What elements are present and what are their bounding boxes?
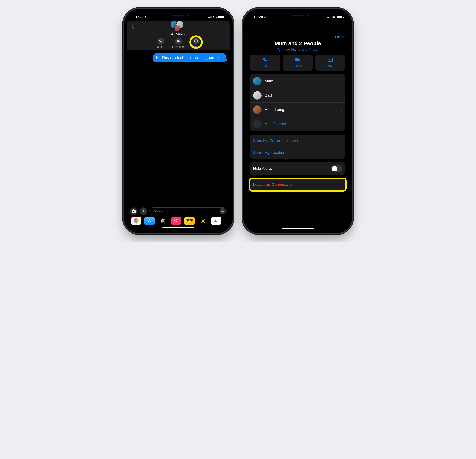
message-placeholder: iMessage (153, 209, 169, 213)
location-services-icon: ➤ (144, 15, 147, 19)
member-row[interactable]: Anna Laing › (250, 103, 346, 117)
details-sheet: Done Mum and 2 People Change Name and Ph… (246, 32, 349, 230)
alerts-section: Hide Alerts (250, 163, 346, 175)
member-row[interactable]: Dad › (250, 89, 346, 103)
message-input[interactable]: iMessage (149, 207, 227, 215)
audio-label: audio (157, 45, 164, 49)
app-store-button[interactable] (140, 207, 147, 215)
mail-action-button[interactable]: mail (315, 55, 346, 71)
share-location-row[interactable]: Share My Location (250, 147, 346, 159)
mail-icon (328, 57, 333, 63)
message-thread[interactable]: Hi. This is a test, feel free to ignore!… (127, 50, 230, 206)
conversation-title[interactable]: 3 People ⌄ (171, 32, 185, 36)
notch (275, 12, 321, 19)
animoji-app-icon[interactable] (198, 217, 208, 225)
video-icon (175, 38, 182, 45)
iphone-left: 16:20 ➤ 4G 3 People (124, 9, 233, 233)
change-name-photo-link[interactable]: Change Name and Photo (246, 47, 349, 51)
iphone-right: 16:20 ➤ 4G Done Mum and 2 People Change … (243, 9, 352, 233)
member-name: Anna Laing (265, 107, 338, 112)
status-time: 16:20 (254, 15, 263, 19)
info-button[interactable]: info (193, 38, 199, 49)
send-location-row[interactable]: Send My Current Location (250, 135, 346, 147)
svg-rect-11 (295, 58, 299, 61)
hide-alerts-toggle[interactable] (331, 165, 342, 172)
fitness-app-icon[interactable] (158, 217, 168, 225)
notch (155, 12, 201, 19)
leave-section: Leave this Conversation (250, 179, 346, 190)
phone-icon (263, 57, 267, 63)
done-button[interactable]: Done (335, 35, 345, 39)
app-strip[interactable]: 😎 (127, 217, 230, 225)
message-text: Hi. This is a test, feel free to ignore!… (156, 56, 220, 60)
search-app-icon[interactable] (171, 217, 181, 225)
facetime-button[interactable]: FaceTime (172, 38, 185, 49)
info-icon (193, 38, 199, 45)
voice-message-button[interactable] (220, 208, 226, 214)
plus-icon: ＋ (253, 120, 262, 128)
svg-point-10 (202, 220, 204, 222)
home-indicator[interactable] (282, 228, 314, 229)
hide-alerts-label: Hide Alerts (253, 166, 328, 171)
network-label: 4G (213, 15, 217, 19)
svg-rect-12 (328, 58, 333, 61)
member-name: Dad (265, 93, 338, 98)
battery-icon (337, 16, 343, 18)
phone-icon (157, 38, 164, 45)
conversation-title-text: 3 People (171, 32, 183, 36)
svg-point-6 (162, 220, 164, 222)
avatar (253, 77, 262, 85)
member-row[interactable]: Mum › (250, 74, 346, 89)
hide-alerts-row[interactable]: Hide Alerts (250, 163, 346, 175)
music-app-icon[interactable] (211, 217, 221, 225)
location-section: Send My Current Location Share My Locati… (250, 135, 346, 159)
facetime-label: FaceTime (172, 45, 185, 49)
send-location-label: Send My Current Location (253, 139, 342, 143)
composer-area: iMessage (127, 206, 230, 230)
home-indicator[interactable] (162, 227, 194, 228)
chevron-right-icon: › (341, 93, 342, 98)
signal-icon (327, 16, 331, 18)
svg-point-4 (133, 211, 135, 212)
add-contact-label: Add Contact (265, 122, 342, 126)
svg-rect-3 (196, 41, 196, 42)
avatar (253, 106, 262, 114)
video-icon (295, 57, 300, 63)
group-title: Mum and 2 People (246, 40, 349, 46)
battery-icon (218, 16, 224, 18)
chevron-right-icon: › (341, 79, 342, 83)
audio-call-button[interactable]: audio (157, 38, 164, 49)
network-label: 4G (332, 15, 336, 19)
conversation-header: 3 People ⌄ audio (127, 21, 230, 50)
video-label: video (294, 64, 302, 68)
svg-point-8 (175, 219, 177, 222)
member-name: Mum (265, 79, 338, 83)
photos-app-icon[interactable] (131, 217, 141, 225)
chevron-right-icon: › (341, 107, 342, 112)
back-button[interactable] (129, 22, 136, 31)
status-time: 16:20 (134, 15, 144, 19)
share-location-label: Share My Location (253, 150, 342, 155)
avatar (253, 91, 262, 100)
call-action-button[interactable]: call (250, 55, 280, 71)
leave-conversation-row[interactable]: Leave this Conversation (250, 179, 346, 190)
members-section: Mum › Dad › Anna Laing › ＋ Add Contact (250, 74, 346, 131)
svg-point-2 (196, 40, 196, 41)
group-avatar[interactable] (170, 21, 186, 32)
location-services-icon: ➤ (264, 15, 267, 19)
leave-conversation-label: Leave this Conversation (253, 182, 342, 187)
add-contact-row[interactable]: ＋ Add Contact (250, 117, 346, 131)
signal-icon (208, 16, 212, 18)
svg-rect-0 (177, 40, 179, 42)
call-label: call (263, 64, 268, 68)
sent-message-bubble[interactable]: Hi. This is a test, feel free to ignore!… (153, 53, 226, 62)
appstore-app-icon[interactable] (144, 217, 155, 225)
info-label: info (194, 45, 198, 49)
sheet-backdrop (246, 21, 349, 32)
chevron-down-icon: ⌄ (184, 33, 186, 35)
mail-label: mail (327, 64, 333, 68)
svg-point-7 (162, 220, 163, 221)
video-action-button[interactable]: video (283, 55, 313, 71)
memoji-app-icon[interactable]: 😎 (184, 217, 195, 225)
camera-button[interactable] (130, 207, 137, 215)
